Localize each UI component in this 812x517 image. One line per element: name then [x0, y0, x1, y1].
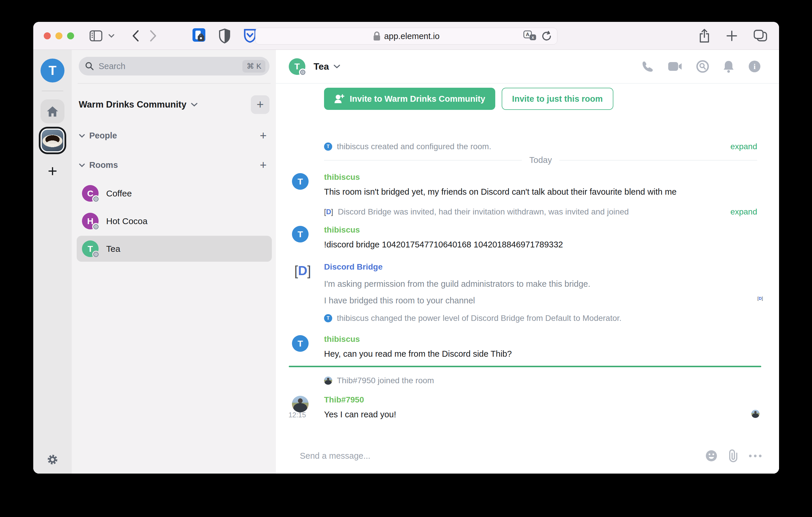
section-label: People [89, 131, 117, 141]
user-avatar-initial: T [49, 63, 57, 78]
search-box[interactable]: ⌘ K [79, 57, 269, 75]
message-thibiscus-3[interactable]: T thibiscus Hey, can you read me from th… [324, 335, 757, 359]
attachment-button[interactable] [728, 449, 738, 462]
section-people[interactable]: People + [79, 129, 269, 142]
sender-avatar[interactable]: [D] [294, 263, 311, 279]
message-composer [276, 441, 779, 474]
pocket-extension-icon[interactable] [243, 29, 257, 43]
event-text: thibiscus changed the power level of Dis… [337, 313, 621, 323]
shield-extension-icon[interactable] [219, 28, 230, 43]
room-search-button[interactable] [696, 60, 709, 73]
sidebar-divider [42, 91, 63, 91]
add-people-button[interactable]: + [260, 129, 269, 142]
read-receipt-thib[interactable] [751, 410, 759, 418]
space-header[interactable]: Warm Drinks Community + [79, 95, 269, 114]
sidebar-toggle-icon[interactable] [89, 30, 103, 42]
invite-user-icon [334, 94, 344, 104]
message-thib[interactable]: Thib#7950 12:15 Yes I can read you! [324, 395, 757, 419]
event-text: Thib#7950 joined the room [337, 376, 434, 385]
settings-button[interactable] [33, 453, 72, 466]
add-room-button[interactable]: + [260, 158, 269, 172]
event-text: thibiscus created and configured the roo… [337, 142, 491, 151]
sender-name[interactable]: thibiscus [324, 173, 757, 182]
reload-icon[interactable] [541, 31, 552, 42]
tab-overview-button[interactable] [753, 29, 767, 42]
message-input[interactable] [300, 451, 696, 461]
add-to-space-button[interactable]: + [251, 95, 269, 114]
more-options-button[interactable] [749, 455, 761, 457]
search-icon [85, 62, 94, 70]
sender-avatar[interactable]: T [292, 226, 309, 242]
public-room-globe-icon [92, 223, 100, 231]
power-level-event: T thibiscus changed the power level of D… [324, 313, 757, 323]
date-separator: Today [324, 155, 757, 165]
user-avatar-small: T [324, 314, 332, 322]
section-label: Rooms [89, 160, 118, 170]
url-text: app.element.io [384, 31, 439, 41]
sender-avatar[interactable] [292, 396, 309, 413]
message-thibiscus-1[interactable]: thibiscusT thibiscus This room isn't bri… [324, 173, 757, 197]
zoom-window-button[interactable] [67, 32, 74, 39]
invite-to-room-button[interactable]: Invite to just this room [502, 88, 613, 110]
room-avatar: H [82, 213, 98, 230]
expand-link[interactable]: expand [730, 207, 757, 216]
sender-name[interactable]: thibiscus [324, 225, 757, 235]
expand-link[interactable]: expand [730, 142, 757, 151]
room-item-coffee[interactable]: C Coffee [77, 180, 272, 206]
back-button[interactable] [132, 30, 139, 42]
emoji-button[interactable] [705, 450, 718, 462]
sidebar-dropdown-chevron-icon[interactable] [108, 33, 115, 38]
member-joined-event: Thib#7950 joined the room [324, 376, 757, 385]
notifications-button[interactable] [722, 60, 735, 73]
room-name: Coffee [106, 188, 132, 199]
password-manager-extension-icon[interactable] [192, 28, 206, 44]
home-button[interactable] [40, 99, 64, 123]
forward-button[interactable] [149, 30, 157, 42]
message-text: I have bridged this room to your channel… [324, 296, 757, 305]
invite-to-community-button[interactable]: Invite to Warm Drinks Community [324, 88, 495, 110]
room-header-avatar[interactable]: T [289, 58, 306, 75]
new-tab-button[interactable] [726, 30, 737, 42]
voice-call-button[interactable] [641, 60, 654, 73]
user-avatar[interactable]: T [40, 59, 64, 83]
sender-avatar[interactable]: thibiscusT [292, 173, 309, 190]
share-icon[interactable] [699, 29, 710, 43]
room-item-hot-cocoa[interactable]: H Hot Cocoa [77, 208, 272, 234]
thib-avatar-small [324, 376, 332, 385]
search-input[interactable] [98, 61, 238, 71]
gear-icon [46, 453, 59, 466]
message-text: I'm asking permission from the guild adm… [324, 279, 757, 289]
sender-avatar[interactable]: T [292, 335, 309, 352]
section-rooms[interactable]: Rooms + [79, 158, 269, 172]
message-text: 12:15 Yes I can read you! [324, 410, 757, 419]
room-created-event: T thibiscus created and configured the r… [324, 142, 757, 151]
address-bar[interactable]: app.element.io Ax [255, 28, 557, 44]
video-call-button[interactable] [668, 61, 683, 72]
lock-icon [373, 31, 381, 41]
message-thibiscus-2[interactable]: T thibiscus !discord bridge 104201754771… [324, 225, 757, 249]
search-shortcut-badge: ⌘ K [242, 60, 265, 72]
unread-marker [289, 366, 761, 367]
room-info-button[interactable]: i [748, 60, 761, 73]
room-name: Tea [106, 244, 120, 254]
room-item-tea[interactable]: T Tea [77, 236, 272, 262]
close-window-button[interactable] [44, 32, 51, 39]
create-space-button[interactable]: + [48, 163, 57, 179]
room-avatar: T [82, 240, 98, 257]
room-header: T Tea i [276, 50, 779, 84]
sender-name[interactable]: thibiscus [324, 335, 757, 344]
translate-icon[interactable]: Ax [523, 30, 536, 42]
sender-name[interactable]: Thib#7950 [324, 395, 757, 404]
sender-name[interactable]: Discord Bridge [324, 262, 757, 272]
room-title[interactable]: Tea [314, 61, 329, 72]
svg-text:A: A [526, 32, 529, 37]
space-name: Warm Drinks Community [79, 99, 186, 110]
message-discord-bridge[interactable]: [D] Discord Bridge I'm asking permission… [324, 262, 757, 323]
read-receipt-discord-bridge[interactable]: [D] [757, 296, 763, 301]
chat-panel: T Tea i In [276, 50, 779, 474]
home-icon [46, 105, 59, 117]
space-avatar-warm-drinks[interactable] [40, 128, 64, 152]
room-list-panel: ⌘ K Warm Drinks Community + People + Roo… [72, 50, 276, 474]
minimize-window-button[interactable] [55, 32, 62, 39]
room-options-chevron-icon[interactable] [333, 64, 341, 69]
